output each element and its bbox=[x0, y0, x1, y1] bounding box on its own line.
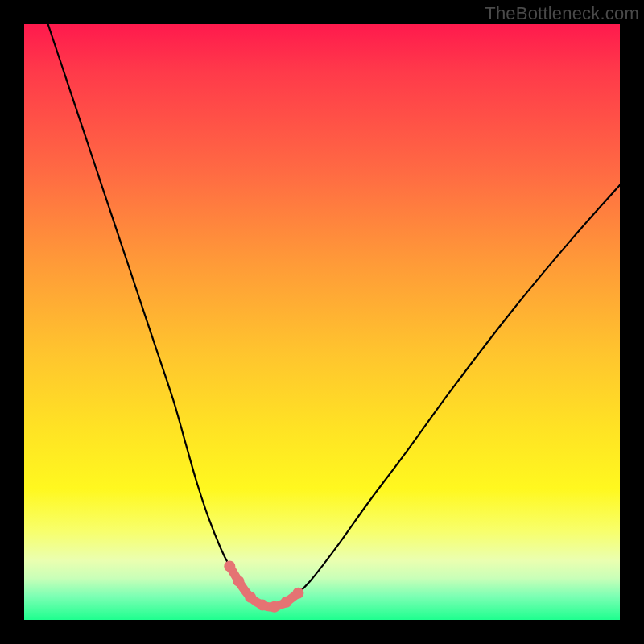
marker-dot bbox=[224, 560, 235, 572]
chart-plot-area bbox=[24, 24, 620, 620]
chart-svg bbox=[24, 24, 620, 620]
bottleneck-curve bbox=[48, 24, 620, 607]
watermark-text: TheBottleneck.com bbox=[485, 3, 639, 24]
marker-dot bbox=[269, 601, 280, 613]
marker-dot bbox=[281, 597, 292, 608]
marker-dot bbox=[292, 588, 303, 599]
marker-dot bbox=[233, 576, 244, 587]
chart-frame: TheBottleneck.com bbox=[0, 0, 644, 644]
marker-dot bbox=[245, 592, 256, 603]
marker-dot bbox=[257, 600, 268, 611]
